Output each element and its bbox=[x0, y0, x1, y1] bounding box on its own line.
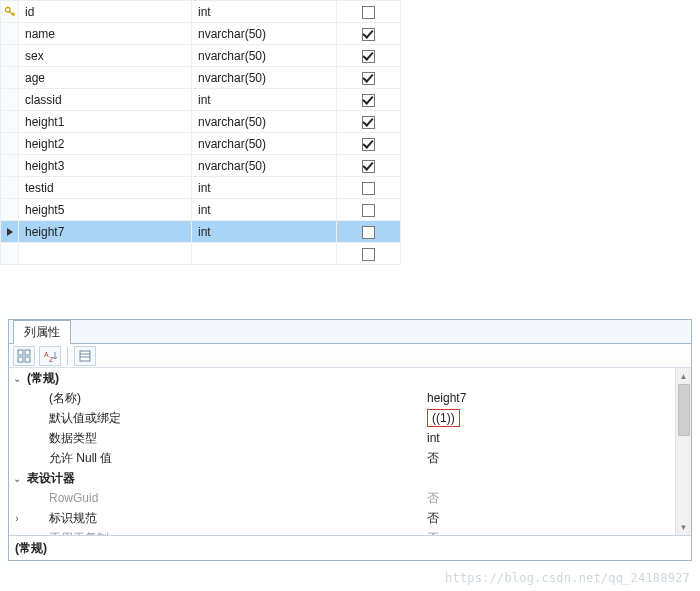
column-type-cell[interactable]: int bbox=[192, 1, 337, 23]
table-row[interactable]: height3nvarchar(50) bbox=[1, 155, 401, 177]
allow-null-checkbox[interactable] bbox=[362, 28, 375, 41]
table-row[interactable]: height7int bbox=[1, 221, 401, 243]
allow-null-checkbox[interactable] bbox=[362, 204, 375, 217]
column-name-cell[interactable]: testid bbox=[19, 177, 192, 199]
table-row[interactable]: height2nvarchar(50) bbox=[1, 133, 401, 155]
row-marker[interactable] bbox=[1, 133, 19, 155]
row-marker[interactable] bbox=[1, 67, 19, 89]
allow-null-cell[interactable] bbox=[337, 89, 401, 111]
collapse-icon[interactable]: ⌄ bbox=[9, 373, 25, 384]
allow-null-checkbox[interactable] bbox=[362, 6, 375, 19]
row-marker[interactable] bbox=[1, 1, 19, 23]
allow-null-cell[interactable] bbox=[337, 243, 401, 265]
allow-null-cell[interactable] bbox=[337, 133, 401, 155]
row-marker[interactable] bbox=[1, 111, 19, 133]
categorized-view-button[interactable] bbox=[13, 346, 35, 366]
prop-value[interactable]: ((1)) bbox=[425, 409, 691, 427]
column-type-cell[interactable]: nvarchar(50) bbox=[192, 23, 337, 45]
table-row[interactable]: agenvarchar(50) bbox=[1, 67, 401, 89]
column-name-cell[interactable] bbox=[19, 243, 192, 265]
prop-value[interactable]: int bbox=[425, 431, 691, 445]
allow-null-checkbox[interactable] bbox=[362, 138, 375, 151]
allow-null-checkbox[interactable] bbox=[362, 116, 375, 129]
property-row-default[interactable]: 默认值或绑定 ((1)) bbox=[9, 408, 691, 428]
allow-null-checkbox[interactable] bbox=[362, 94, 375, 107]
column-type-cell[interactable]: int bbox=[192, 89, 337, 111]
allow-null-checkbox[interactable] bbox=[362, 182, 375, 195]
property-pages-button[interactable] bbox=[74, 346, 96, 366]
collapse-icon[interactable]: ⌄ bbox=[9, 473, 25, 484]
column-type-cell[interactable]: int bbox=[192, 221, 337, 243]
scroll-thumb[interactable] bbox=[678, 384, 690, 436]
tab-column-properties[interactable]: 列属性 bbox=[13, 320, 71, 344]
expand-icon[interactable]: › bbox=[9, 513, 25, 524]
table-row[interactable]: height1nvarchar(50) bbox=[1, 111, 401, 133]
table-row[interactable]: classidint bbox=[1, 89, 401, 111]
allow-null-cell[interactable] bbox=[337, 1, 401, 23]
column-type-cell[interactable]: nvarchar(50) bbox=[192, 45, 337, 67]
column-type-cell[interactable]: nvarchar(50) bbox=[192, 111, 337, 133]
property-group-designer[interactable]: ⌄ 表设计器 bbox=[9, 468, 691, 488]
column-name-cell[interactable]: classid bbox=[19, 89, 192, 111]
columns-table[interactable]: idintnamenvarchar(50)sexnvarchar(50)agen… bbox=[0, 0, 401, 265]
prop-value[interactable]: height7 bbox=[425, 391, 691, 405]
property-grid[interactable]: ⌄ (常规) (名称) height7 默认值或绑定 ((1)) 数据类型 in… bbox=[9, 368, 691, 535]
table-row[interactable]: testidint bbox=[1, 177, 401, 199]
property-group-general[interactable]: ⌄ (常规) bbox=[9, 368, 691, 388]
column-name-cell[interactable]: age bbox=[19, 67, 192, 89]
allow-null-cell[interactable] bbox=[337, 177, 401, 199]
column-type-cell[interactable]: nvarchar(50) bbox=[192, 155, 337, 177]
allow-null-cell[interactable] bbox=[337, 23, 401, 45]
property-scrollbar[interactable]: ▲ ▼ bbox=[675, 368, 691, 535]
row-marker[interactable] bbox=[1, 23, 19, 45]
property-row-notforreplication[interactable]: 不用于复制 否 bbox=[9, 528, 691, 535]
column-name-cell[interactable]: height7 bbox=[19, 221, 192, 243]
property-row-rowguid[interactable]: RowGuid 否 bbox=[9, 488, 691, 508]
column-type-cell[interactable]: int bbox=[192, 177, 337, 199]
column-name-cell[interactable]: height3 bbox=[19, 155, 192, 177]
property-row-allownull[interactable]: 允许 Null 值 否 bbox=[9, 448, 691, 468]
table-row[interactable]: sexnvarchar(50) bbox=[1, 45, 401, 67]
column-name-cell[interactable]: height1 bbox=[19, 111, 192, 133]
column-type-cell[interactable] bbox=[192, 243, 337, 265]
tab-label: 列属性 bbox=[24, 325, 60, 339]
row-marker[interactable] bbox=[1, 243, 19, 265]
allow-null-checkbox[interactable] bbox=[362, 248, 375, 261]
allow-null-cell[interactable] bbox=[337, 111, 401, 133]
allow-null-cell[interactable] bbox=[337, 199, 401, 221]
column-type-cell[interactable]: int bbox=[192, 199, 337, 221]
property-row-identity[interactable]: › 标识规范 否 bbox=[9, 508, 691, 528]
table-row[interactable]: namenvarchar(50) bbox=[1, 23, 401, 45]
row-marker[interactable] bbox=[1, 177, 19, 199]
allow-null-cell[interactable] bbox=[337, 155, 401, 177]
column-name-cell[interactable]: id bbox=[19, 1, 192, 23]
table-row-new[interactable] bbox=[1, 243, 401, 265]
column-name-cell[interactable]: sex bbox=[19, 45, 192, 67]
allow-null-checkbox[interactable] bbox=[362, 50, 375, 63]
column-type-cell[interactable]: nvarchar(50) bbox=[192, 67, 337, 89]
allow-null-checkbox[interactable] bbox=[362, 72, 375, 85]
prop-value[interactable]: 否 bbox=[425, 510, 691, 527]
prop-value[interactable]: 否 bbox=[425, 450, 691, 467]
allow-null-cell[interactable] bbox=[337, 221, 401, 243]
allow-null-cell[interactable] bbox=[337, 67, 401, 89]
scroll-down-icon[interactable]: ▼ bbox=[676, 519, 691, 535]
allow-null-checkbox[interactable] bbox=[362, 226, 375, 239]
property-row-datatype[interactable]: 数据类型 int bbox=[9, 428, 691, 448]
row-marker[interactable] bbox=[1, 155, 19, 177]
row-marker[interactable] bbox=[1, 221, 19, 243]
row-marker[interactable] bbox=[1, 199, 19, 221]
column-name-cell[interactable]: height2 bbox=[19, 133, 192, 155]
column-name-cell[interactable]: height5 bbox=[19, 199, 192, 221]
allow-null-checkbox[interactable] bbox=[362, 160, 375, 173]
allow-null-cell[interactable] bbox=[337, 45, 401, 67]
property-row-name[interactable]: (名称) height7 bbox=[9, 388, 691, 408]
table-row[interactable]: height5int bbox=[1, 199, 401, 221]
row-marker[interactable] bbox=[1, 89, 19, 111]
column-name-cell[interactable]: name bbox=[19, 23, 192, 45]
column-type-cell[interactable]: nvarchar(50) bbox=[192, 133, 337, 155]
scroll-up-icon[interactable]: ▲ bbox=[676, 368, 691, 384]
table-row[interactable]: idint bbox=[1, 1, 401, 23]
alphabetical-view-button[interactable]: AZ bbox=[39, 346, 61, 366]
row-marker[interactable] bbox=[1, 45, 19, 67]
